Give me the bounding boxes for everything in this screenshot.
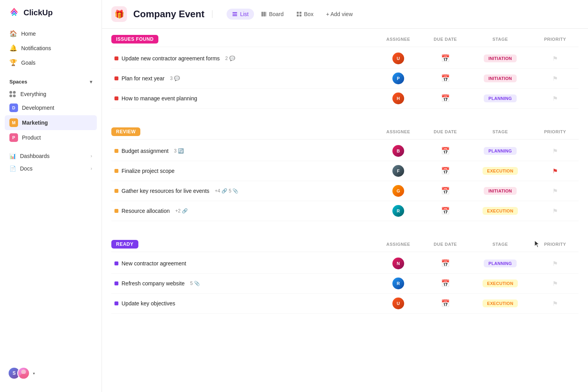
table-row: Finalize project scope F 📅 EXECUTION ⚑ [111, 161, 579, 181]
task-meta: +4 🔗 5 📎 [215, 188, 238, 194]
user-area[interactable]: S ▾ [0, 361, 102, 386]
sidebar-item-notifications-label: Notifications [21, 45, 51, 51]
task-meta-comments: 2 💬 [225, 56, 235, 61]
priority-flag-red[interactable]: ⚑ [552, 167, 558, 175]
calendar-icon: 📅 [441, 94, 450, 103]
header-separator [212, 10, 212, 18]
task-name[interactable]: Gather key resources for live events [122, 188, 209, 194]
task-dot [114, 209, 118, 213]
badge-issues: ISSUES FOUND [111, 35, 158, 44]
dashboards-icon: 📊 [9, 153, 16, 159]
avatar: H [392, 93, 404, 104]
product-avatar: P [9, 133, 18, 142]
col-duedate-3: DUE DATE [422, 242, 469, 247]
logo-area: ClickUp [0, 6, 102, 27]
tab-board-label: Board [269, 11, 283, 17]
sidebar-item-product[interactable]: P Product [5, 130, 97, 145]
task-name[interactable]: How to manage event planning [122, 95, 197, 102]
task-name[interactable]: Update key objectives [122, 300, 175, 307]
badge-review: REVIEW [111, 127, 140, 136]
col-assignee-1: ASSIGNEE [375, 37, 422, 42]
box-icon [296, 11, 302, 17]
goals-icon: 🏆 [9, 59, 17, 66]
sidebar-item-everything[interactable]: Everything [5, 88, 97, 100]
spaces-section-header[interactable]: Spaces ▾ [5, 76, 97, 88]
development-avatar: D [9, 103, 18, 112]
task-name[interactable]: Budget assignment [122, 148, 169, 154]
sidebar-item-goals[interactable]: 🏆 Goals [5, 56, 97, 69]
task-name[interactable]: New contractor agreement [122, 260, 186, 267]
stage-badge[interactable]: INITIATION [484, 54, 517, 62]
stage-badge[interactable]: INITIATION [484, 74, 517, 82]
table-row: Resource allocation +2 🔗 R 📅 EXECUTION ⚑ [111, 201, 579, 221]
priority-flag[interactable]: ⚑ [552, 260, 558, 267]
avatar: U [392, 298, 404, 309]
avatar: P [392, 73, 404, 84]
stage-badge[interactable]: PLANNING [484, 147, 517, 155]
stage-badge[interactable]: INITIATION [484, 187, 517, 195]
sidebar-item-notifications[interactable]: 🔔 Notifications [5, 41, 97, 55]
col-priority-1: PRIORITY [532, 37, 579, 42]
sidebar-item-marketing-label: Marketing [22, 120, 48, 126]
sidebar-item-dashboards[interactable]: 📊 Dashboards › [5, 150, 97, 162]
calendar-icon: 📅 [441, 299, 450, 308]
priority-flag[interactable]: ⚑ [552, 187, 558, 195]
calendar-icon: 📅 [441, 167, 450, 175]
spaces-section: Spaces ▾ Everything D Development M Mark… [0, 76, 102, 145]
sidebar-item-product-label: Product [22, 134, 41, 141]
svg-rect-10 [265, 12, 266, 16]
svg-rect-13 [297, 15, 299, 16]
task-meta: +2 🔗 [175, 208, 188, 214]
sidebar-item-home[interactable]: 🏠 Home [5, 27, 97, 40]
tab-box[interactable]: Box [291, 9, 319, 20]
task-name[interactable]: Update new contractor agreement forms [122, 55, 220, 62]
svg-point-4 [20, 374, 27, 379]
priority-flag[interactable]: ⚑ [552, 207, 558, 215]
avatar: R [392, 278, 404, 289]
stage-badge[interactable]: EXECUTION [483, 299, 518, 307]
chevron-right-icon: › [91, 153, 92, 159]
task-name[interactable]: Refresh company website [122, 280, 185, 287]
calendar-icon: 📅 [441, 74, 450, 83]
tab-list[interactable]: List [227, 9, 254, 20]
cursor-indicator [535, 241, 539, 248]
sidebar-item-goals-label: Goals [21, 60, 36, 66]
task-name[interactable]: Resource allocation [122, 208, 170, 214]
calendar-icon: 📅 [441, 54, 450, 63]
user-avatar-secondary [17, 367, 30, 379]
sidebar-item-dashboards-label: Dashboards [20, 153, 50, 159]
table-row: Gather key resources for live events +4 … [111, 181, 579, 201]
priority-flag[interactable]: ⚑ [552, 280, 558, 287]
task-name[interactable]: Finalize project scope [122, 168, 174, 174]
avatar: N [392, 258, 404, 269]
stage-badge[interactable]: PLANNING [484, 94, 517, 102]
main-content: 🎁 Company Event List Board Box + Add vie… [102, 0, 588, 392]
task-name[interactable]: Plan for next year [122, 75, 165, 82]
stage-badge[interactable]: EXECUTION [483, 279, 518, 287]
priority-flag[interactable]: ⚑ [552, 55, 558, 62]
table-row: Budget assignment 3 🔄 B 📅 PLANNING ⚑ [111, 141, 579, 161]
bell-icon: 🔔 [9, 44, 17, 52]
calendar-icon: 📅 [441, 279, 450, 288]
stage-badge[interactable]: EXECUTION [483, 167, 518, 175]
sidebar-item-docs-label: Docs [20, 165, 33, 172]
tab-list-label: List [240, 11, 249, 17]
priority-flag[interactable]: ⚑ [552, 300, 558, 307]
priority-flag[interactable]: ⚑ [552, 75, 558, 82]
stage-badge[interactable]: PLANNING [484, 260, 517, 267]
sidebar-item-docs[interactable]: 📄 Docs › [5, 162, 97, 175]
col-duedate-1: DUE DATE [422, 37, 469, 42]
add-view-button[interactable]: + Add view [321, 9, 358, 20]
stage-badge[interactable]: EXECUTION [483, 207, 518, 215]
priority-flag[interactable]: ⚑ [552, 95, 558, 102]
priority-flag[interactable]: ⚑ [552, 147, 558, 155]
calendar-icon: 📅 [441, 207, 450, 215]
col-priority-2: PRIORITY [532, 129, 579, 134]
calendar-icon: 📅 [441, 187, 450, 195]
sidebar-item-development[interactable]: D Development [5, 100, 97, 115]
sidebar-item-marketing[interactable]: M Marketing [5, 115, 97, 130]
tab-board[interactable]: Board [256, 9, 289, 20]
home-icon: 🏠 [9, 30, 17, 37]
view-tabs: List Board Box + Add view [227, 9, 358, 20]
chevron-down-icon: ▾ [90, 79, 92, 85]
